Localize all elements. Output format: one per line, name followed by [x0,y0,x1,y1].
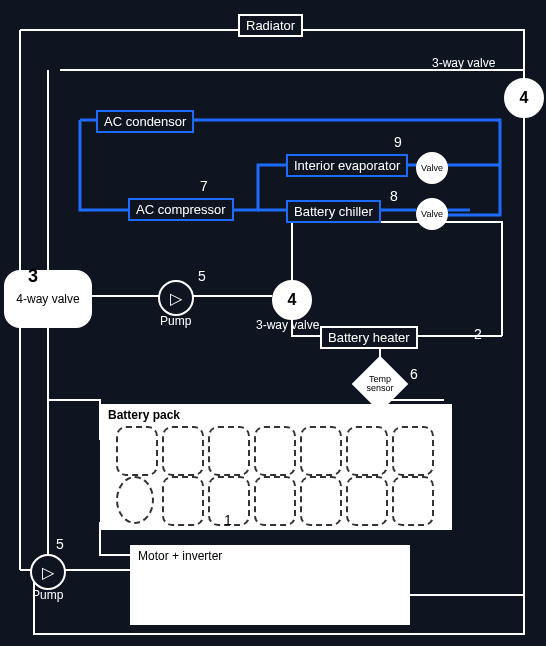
pump-1-icon: ▷ [158,280,194,316]
ac-compressor-box: AC compressor [128,198,234,221]
num-3: 3 [28,266,38,287]
battery-chiller-box: Battery chiller [286,200,381,223]
motor-inverter-box: Motor + inverter [130,545,410,625]
valve-1: Valve [416,152,448,184]
marker-4-top: 4 [504,78,544,118]
valve-2: Valve [416,198,448,230]
threeway-mid-circle: 4 [272,280,312,320]
radiator-box: Radiator [238,14,303,37]
pump-2-label: Pump [32,588,63,602]
threeway-mid-label: 3-way valve [256,318,319,332]
ac-condensor-box: AC condensor [96,110,194,133]
num-2: 2 [474,326,482,342]
num-7: 7 [200,178,208,194]
radiator-label: Radiator [246,18,295,33]
four-way-valve: 4-way valve [4,270,92,328]
interior-evap-box: Interior evaporator [286,154,408,177]
pump-1-label: Pump [160,314,191,328]
motor-label: Motor + inverter [138,549,222,563]
threeway-top-label: 3-way valve [432,56,495,70]
battery-pack: Battery pack 1 [100,404,452,530]
pump-2-icon: ▷ [30,554,66,590]
num-8: 8 [390,188,398,204]
num-5a: 5 [198,268,206,284]
battery-pack-title: Battery pack [108,408,180,422]
num-5b: 5 [56,536,64,552]
num-9: 9 [394,134,402,150]
num-6: 6 [410,366,418,382]
battery-heater-box: Battery heater [320,326,418,349]
num-1: 1 [224,512,232,528]
